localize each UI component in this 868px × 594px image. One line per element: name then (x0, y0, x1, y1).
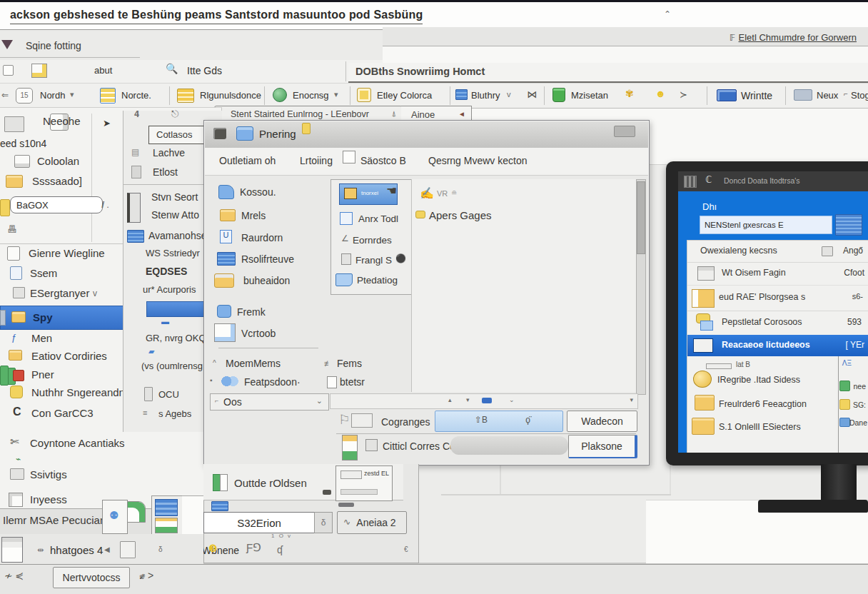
screen-row-wtoisem[interactable]: Wt Oisem Fagin Cfoot (687, 262, 868, 286)
dialog-item-vcrtoob[interactable]: Vcrtoob (241, 328, 276, 339)
dialog-scrollbar[interactable] (636, 179, 646, 395)
about-label[interactable]: abut (94, 65, 112, 76)
forward-arrow-icon[interactable]: ≻ (680, 89, 687, 100)
tab-sqine-fotting[interactable]: Sqine fotting (26, 40, 81, 51)
oos-dropdown-icon[interactable]: ⌄ (316, 396, 323, 406)
nav-back-icons[interactable]: ≁ ⋞ (4, 570, 24, 581)
titlebar-chevron-icon[interactable]: ⌃ (664, 9, 671, 19)
dialog-item-fems[interactable]: Fems (337, 358, 362, 369)
sidebar-coloolan[interactable]: Coloolan (37, 155, 79, 167)
strip-up-icon[interactable]: ▴ (448, 396, 452, 403)
critical-gray-slider[interactable] (450, 436, 568, 455)
subbar-up-icon[interactable]: ⍋ (391, 109, 396, 119)
dialog-blue-button[interactable]: ⇧B ϙ̈ (435, 411, 563, 432)
toolbar-bluthry[interactable]: Bluthry (471, 90, 500, 101)
enocnsg-dropdown-icon[interactable]: ▾ (334, 90, 338, 99)
dialog-menu-checkbox[interactable] (343, 151, 355, 163)
person-box[interactable]: ⚉ (102, 500, 128, 534)
back-arrow-icon[interactable]: ⇐ (1, 90, 9, 100)
save-icon[interactable] (3, 65, 14, 76)
sidebar-item-ssivtigs[interactable]: Ssivtigs (30, 468, 67, 480)
toolbar-stoguhte[interactable]: Stogühte (851, 90, 868, 101)
freulrder-label[interactable]: Freulrder6 Feeacgtion (719, 399, 807, 409)
gds-label[interactable]: Itte Gds (187, 65, 222, 76)
changes-drop-icon[interactable]: ◀ (104, 545, 110, 553)
dialog-item-raurdorn[interactable]: Raurdorn (241, 232, 283, 243)
trash-green-icon[interactable] (552, 88, 565, 102)
mini-yellow-label[interactable]: SG: (853, 401, 866, 409)
strip-right-icon[interactable]: ▾ (630, 396, 633, 403)
dialog-menu-saostco[interactable]: Säostco B (360, 155, 406, 166)
subpanel-stenw-atto[interactable]: Stenw Atto (151, 209, 199, 221)
changes-label[interactable]: hhatgoes 4 (50, 544, 103, 556)
bowtie-icon[interactable]: ⋈ (527, 89, 537, 100)
dialog-item-eornrdes[interactable]: Eornrdes (353, 235, 392, 246)
bluewin-box[interactable] (151, 495, 183, 537)
dialog-menu-lrtoiing[interactable]: Lrtoiing (300, 155, 333, 166)
subpanel-etlost[interactable]: Etlost (153, 166, 178, 178)
sidebar-item-esergtanyer[interactable]: ESergtanyer (30, 287, 89, 299)
subbar-dropdown-icon[interactable]: ◄ (458, 110, 465, 118)
dialog-item-btetsr[interactable]: btetsr (340, 376, 365, 388)
dialog-item-frangl[interactable]: Frangl S (355, 255, 392, 266)
nav-forward-icons[interactable]: ⸙ > (140, 570, 153, 581)
screen-win-icon[interactable] (835, 214, 862, 236)
subpanel-lachve[interactable]: Lachve (153, 147, 185, 158)
dialog-item-anrx-todl[interactable]: Anrx Todl (358, 213, 398, 224)
nordh-dropdown-icon[interactable]: ▾ (70, 90, 74, 99)
toolbar-wrintte[interactable]: Wrintte (741, 90, 772, 101)
toolbar-mzisetan[interactable]: Mzisetan (571, 90, 608, 101)
topright-link[interactable]: Eletl Chmumdre for Gorwern (739, 32, 857, 43)
sidebar-item-gienre-wiegline[interactable]: Gienre Wiegline (29, 247, 105, 259)
sidebar-search-input[interactable] (10, 196, 103, 213)
mini-blue-label[interactable]: Dane (849, 418, 867, 427)
bluthry-dropdown-icon[interactable]: v (507, 90, 511, 99)
toolbar-etley-colorca[interactable]: Etley Colorca (377, 90, 432, 101)
subpanel-acurporis[interactable]: ur* Acurporis (143, 284, 196, 295)
dialog-right-apers-gages[interactable]: Apers Gages (429, 209, 492, 221)
subpanel-gr-okq[interactable]: GR, nvrg OKQ (146, 333, 206, 343)
dialog-item-rsolifrteuve[interactable]: Rsolifrteuve (241, 253, 294, 265)
lower-outlook-label[interactable]: Outtde rOldsen (234, 477, 307, 489)
sidebar-item-nuthhr[interactable]: Nuthhr Sngereandns, (31, 386, 133, 398)
sidebar-neeohe-label[interactable]: Neeohe (43, 115, 81, 127)
toolbar-norcte[interactable]: Norcte. (121, 90, 151, 101)
screen-row-rae[interactable]: eud RAE' Plsorgsea s s6- (687, 285, 868, 311)
toolbar-enocnsg[interactable]: Enocnsg (293, 90, 329, 101)
sidebar-item-inyeess[interactable]: Inyeess (30, 493, 67, 505)
toolbar-neux[interactable]: Neux (817, 90, 838, 101)
dialog-scrollbar-thumb[interactable] (637, 181, 645, 254)
dialog-oos-row[interactable]: ⌐ Oos ⌄ (210, 393, 329, 411)
subpanel-ws[interactable]: WS Sstriedyr (146, 248, 200, 258)
screen-search-input[interactable] (700, 216, 832, 234)
network-button[interactable]: Nertvvotocss (53, 567, 130, 588)
sidebar-item-men[interactable]: Men (31, 332, 52, 344)
regribe-label[interactable]: IRegribe .Itad Sidess (717, 375, 800, 385)
search-glass-icon[interactable]: 🔍 (166, 63, 178, 74)
subpanel-oumlrensg[interactable]: (vs (oumlrensg (141, 361, 203, 371)
mini-green-label[interactable]: nee (853, 382, 866, 391)
dialog-item-mrels[interactable]: Mrels (241, 210, 266, 221)
dialog-item-kossou[interactable]: Kossou. (240, 186, 276, 198)
screen-row-owexialeng[interactable]: Owexialeng kecsns Angő (687, 241, 868, 263)
strip-blue-icon[interactable] (482, 398, 492, 403)
strip-down-icon[interactable]: ▾ (466, 396, 470, 403)
dialog-item-moemmems[interactable]: MoemMems (226, 358, 281, 369)
wadecon-button[interactable]: Wadecon (567, 411, 637, 432)
subpanel-agebs[interactable]: s Agebs (158, 408, 191, 419)
sidebar-item-coyntone[interactable]: Coyntone Acantiaks (30, 437, 125, 449)
dialog-item-featpsdoon[interactable]: Featpsdoon· (244, 376, 301, 388)
subpanel-ocu[interactable]: OCU (158, 389, 179, 400)
toolbar-nordh[interactable]: Nordh (40, 90, 65, 101)
sidebar-item-eatiov[interactable]: Eatiov Cordiries (31, 350, 107, 362)
plaksone-button[interactable]: Plaksone (568, 435, 637, 458)
onlell-label[interactable]: S.1 OnlellI ESiecters (719, 422, 801, 432)
dialog-menu-qesrng[interactable]: Qesrng Mvewv kecton (428, 155, 528, 166)
topright-command[interactable]: 𝔽 Eletl Chmumdre for Gorwern (730, 31, 857, 44)
dialog-item-buheaidon[interactable]: buheaidon (243, 275, 290, 286)
dialog-item-ptedatiog[interactable]: Ptedatiog (357, 275, 398, 286)
strip-chevron-icon[interactable]: ⌄ (509, 396, 515, 403)
sidebar-ssssaado[interactable]: Ssssaado] (32, 175, 82, 187)
screen-row-selected[interactable]: Reacaeoe lictudeeos [ YEr (687, 335, 868, 356)
station-side-box[interactable]: δ (314, 512, 333, 533)
